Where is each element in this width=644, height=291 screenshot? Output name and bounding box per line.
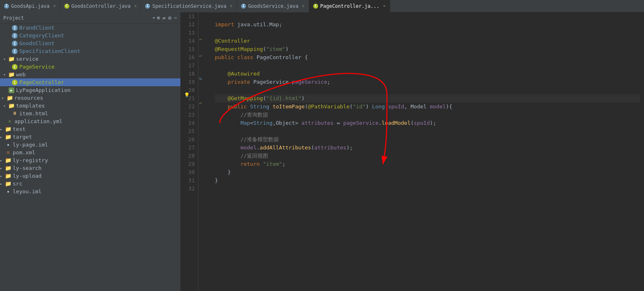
token: //返回视图 — [241, 152, 269, 160]
gear-icon[interactable]: ⚙ — [168, 15, 171, 21]
line-number: 23 — [185, 111, 195, 119]
line-number: 25 — [185, 127, 195, 135]
sidebar: Project ▾ ⊕ ⇌ ⚙ − IBrandClient ICategory… — [0, 12, 180, 291]
tree-arrow — [0, 158, 5, 163]
token: } — [228, 168, 231, 176]
tab-close-goods-service[interactable]: × — [302, 4, 305, 8]
tree-item[interactable]: CPageController — [0, 78, 180, 86]
file-icon-folder: 📁 — [5, 165, 11, 171]
token — [215, 160, 241, 168]
token: Model — [411, 103, 427, 111]
tree-arrow — [7, 112, 11, 116]
line-number: 18 — [185, 70, 195, 78]
token: @Autowired — [228, 70, 259, 78]
tab-close-goods-controller[interactable]: × — [134, 4, 137, 8]
token — [260, 160, 263, 168]
tree-item[interactable]: 📁service — [0, 55, 180, 63]
line-number: 12 — [185, 21, 195, 29]
tree-item[interactable]: 📁templates — [0, 102, 180, 110]
tab-close-specification-service[interactable]: × — [230, 4, 232, 8]
token: model — [430, 103, 446, 111]
code-line: } — [215, 168, 640, 176]
tree-arrow — [2, 119, 7, 124]
tree-item[interactable]: 📁ly-upload — [0, 172, 180, 180]
tree-item[interactable]: ISpecificationClient — [0, 47, 180, 55]
tab-specification-service[interactable]: ISpecificationService.java× — [141, 0, 237, 12]
tab-label-goods-controller: GoodsController.java — [71, 3, 131, 9]
tab-goods-controller[interactable]: CGoodsController.java× — [60, 0, 141, 12]
line-numbers: 1112131415161718192021222324252627282930… — [182, 12, 198, 291]
tree-item[interactable]: ▪ly-page.iml — [0, 141, 180, 149]
minimize-icon[interactable]: − — [174, 15, 177, 21]
tree-arrow — [0, 151, 5, 155]
token — [385, 103, 388, 111]
tree-item[interactable]: 📁test — [0, 125, 180, 133]
gutter-marker: ↩ — [199, 53, 202, 59]
token: loadModel — [382, 119, 410, 127]
token: return — [241, 160, 260, 168]
token: @RequestMapping — [215, 45, 263, 53]
token: "item" — [263, 160, 282, 168]
tab-page-controller[interactable]: CPageController.ja...× — [309, 0, 390, 12]
token: attributes — [301, 119, 333, 127]
tree-arrow — [7, 49, 11, 53]
token — [215, 119, 241, 127]
token: import — [215, 21, 234, 29]
token: ( — [263, 94, 266, 103]
tree-item[interactable]: ▪leyou.iml — [0, 188, 180, 195]
tree-item[interactable]: IBrandClient — [0, 24, 180, 32]
globe-icon[interactable]: ⊕ — [157, 15, 160, 21]
editor: 1112131415161718192021222324252627282930… — [182, 12, 644, 291]
code-content[interactable]: import java.util.Map; @Controller@Reques… — [211, 12, 644, 291]
tree-item[interactable]: 📁src — [0, 180, 180, 188]
token — [215, 111, 241, 119]
token: ; — [282, 160, 285, 168]
token: ( — [311, 144, 314, 152]
tree-label: target — [13, 134, 32, 140]
tree-item[interactable]: IGoodsClient — [0, 39, 180, 47]
tree-item[interactable]: 📁target — [0, 133, 180, 141]
token — [234, 53, 237, 62]
tree-label: ly-upload — [13, 173, 41, 179]
tab-close-page-controller[interactable]: × — [383, 4, 386, 8]
tree-item[interactable]: ⚙application.yml — [0, 117, 180, 125]
tree-arrow — [7, 34, 11, 38]
tab-icon-goods-service: I — [241, 4, 246, 9]
token: pageService — [343, 119, 378, 127]
tree-item[interactable]: CPageService — [0, 63, 180, 71]
tab-close-goods-api[interactable]: × — [53, 4, 56, 8]
file-icon-app: ▶ — [8, 87, 15, 93]
tree-item[interactable]: ICategoryClient — [0, 32, 180, 39]
tree-item[interactable]: Hitem.html — [0, 110, 180, 117]
token: public — [215, 53, 234, 62]
line-number: 19 — [185, 78, 195, 86]
token: private — [228, 78, 250, 86]
token: . — [257, 144, 260, 152]
tree-item[interactable]: mpom.xml — [0, 149, 180, 156]
token: ( — [263, 45, 266, 53]
token — [215, 168, 228, 176]
token — [215, 152, 241, 160]
file-icon-iml: ▪ — [5, 142, 11, 148]
code-line: model.addAllAttributes(attributes); — [215, 144, 640, 152]
dropdown-icon[interactable]: ▾ — [152, 15, 155, 21]
code-line: @Autowired — [215, 70, 640, 78]
tree-label: templates — [16, 103, 45, 109]
tree-item[interactable]: 📁web — [0, 71, 180, 78]
tab-goods-api[interactable]: IGoodsApi.java× — [0, 0, 60, 12]
split-icon[interactable]: ⇌ — [163, 15, 166, 21]
token: PageService — [253, 78, 289, 86]
tree-item[interactable]: 📁resources — [0, 94, 180, 102]
tree-item[interactable]: 📁ly-search — [0, 164, 180, 172]
token: String — [250, 103, 269, 111]
tree-arrow — [7, 26, 11, 30]
tree-item[interactable]: ▶LyPageApplication — [0, 86, 180, 94]
token: ) — [366, 103, 369, 111]
main-layout: Project ▾ ⊕ ⇌ ⚙ − IBrandClient ICategory… — [0, 12, 644, 291]
token: ); — [430, 119, 436, 127]
tree-item[interactable]: 📁ly-registry — [0, 156, 180, 164]
tree-label: leyou.iml — [13, 188, 41, 195]
tab-icon-specification-service: I — [145, 4, 150, 9]
tab-goods-service[interactable]: IGoodsService.java× — [237, 0, 309, 12]
token: ; — [327, 78, 330, 86]
